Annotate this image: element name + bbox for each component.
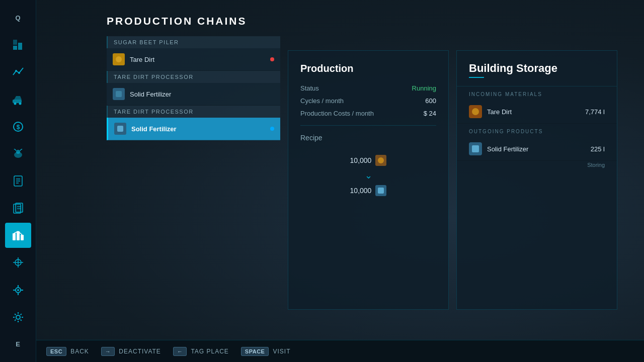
chain-item-solid-fertilizer-2[interactable]: Solid Fertilizer [107,118,280,140]
svg-rect-36 [472,145,479,152]
recipe-output-row: 10,000 [350,185,387,196]
svg-text:$: $ [16,124,20,131]
sidebar-item-production[interactable] [5,223,31,248]
svg-rect-23 [21,235,24,240]
sidebar-item-resources[interactable] [5,32,31,57]
recipe-arrow-icon: ⌄ [365,170,372,181]
hotkey-tag-place: ← TAG PLACE [173,347,229,356]
svg-rect-2 [13,40,17,45]
svg-rect-21 [13,233,16,240]
incoming-material-tare-dirt: Tare Dirt 7,774 l [457,100,617,124]
svg-rect-31 [116,91,122,97]
production-panel: Production Status Running Cycles / month… [288,50,449,310]
chain-item-solid-fertilizer-1[interactable]: Solid Fertilizer [107,83,280,106]
e-key-label: E [16,340,20,348]
outgoing-material-solid-fertilizer: Solid Fertilizer 225 l [457,137,617,161]
solid-fertilizer-storage-icon [469,142,482,155]
solid-fertilizer-storage-amount: 225 l [591,145,605,153]
svg-point-4 [18,72,20,74]
solid-fertilizer-2-label: Solid Fertilizer [131,125,265,133]
tag-place-label: TAG PLACE [191,348,228,355]
storage-title-underline [469,77,484,78]
vehicles-icon [11,93,25,107]
status-row: Status Running [300,84,436,92]
hotkey-esc: ESC BACK [46,347,89,356]
sidebar-item-watermark[interactable] [5,250,31,275]
sidebar-item-e[interactable]: E [5,332,31,357]
visit-label: VISIT [273,348,290,355]
status-label: Status [300,84,319,92]
svg-point-12 [16,150,20,154]
documents-icon [11,201,25,215]
tare-dirt-storage-name: Tare Dirt [487,108,580,116]
svg-point-7 [14,102,16,105]
production-icon [11,228,25,242]
svg-point-8 [19,102,21,105]
svg-rect-18 [16,203,23,212]
deactivate-label: DEACTIVATE [119,348,161,355]
svg-rect-1 [18,43,22,50]
recipe-title: Recipe [300,134,436,142]
solid-fertilizer-1-icon [113,88,125,100]
recipe-input-row: 10,000 [350,155,387,166]
storage-title: Building Storage [469,62,605,75]
solid-fertilizer-storage-name: Solid Fertilizer [487,145,586,153]
outgoing-products-label: OUTGOING PRODUCTS [457,124,617,137]
sidebar-item-machinery[interactable] [5,278,31,303]
sidebar-item-animals[interactable] [5,141,31,166]
svg-point-33 [378,157,384,163]
storage-panel: Building Storage INCOMING MATERIALS Tare… [456,50,617,310]
sidebar-item-q[interactable]: Q [5,5,31,30]
section-header-1: SUGAR BEET PILER [107,36,280,48]
sidebar-item-settings[interactable] [5,305,31,330]
sidebar-item-documents[interactable] [5,196,31,221]
incoming-materials-label: INCOMING MATERIALS [457,86,617,100]
costs-row: Production Costs / month $ 24 [300,110,436,117]
svg-point-29 [16,315,20,319]
cycles-label: Cycles / month [300,97,344,105]
production-title: Production [300,63,436,74]
sidebar-item-contracts[interactable] [5,168,31,194]
svg-point-28 [17,289,19,291]
tare-dirt-label: Tare Dirt [130,56,265,63]
cycles-value: 600 [425,97,436,105]
visit-key-badge: SPACE [241,347,269,356]
sidebar-item-charts[interactable] [5,59,31,84]
svg-rect-0 [13,46,17,50]
section-header-3: TARE DIRT PROCESSOR [107,106,280,118]
cycles-row: Cycles / month 600 [300,97,436,105]
animals-icon [11,147,25,161]
solid-fertilizer-2-icon [114,123,126,135]
tare-dirt-storage-amount: 7,774 l [585,108,605,116]
bottom-bar: ESC BACK → DEACTIVATE ← TAG PLACE SPACE … [36,340,644,362]
svg-point-3 [15,70,17,72]
q-key-label: Q [15,14,20,22]
charts-icon [11,65,25,79]
money-icon: $ [11,120,25,134]
solid-fertilizer-2-status-dot [270,127,274,131]
costs-label: Production Costs / month [300,110,374,117]
status-value: Running [412,84,436,92]
recipe-input-amount: 10,000 [350,156,372,164]
storage-header: Building Storage [457,51,617,86]
watermark-icon [11,255,25,269]
sidebar-item-money[interactable]: $ [5,114,31,139]
panel-divider [300,125,436,126]
hotkey-visit: SPACE VISIT [241,347,291,356]
chains-panel: SUGAR BEET PILER Tare Dirt TARE DIRT PRO… [107,36,280,140]
solid-fertilizer-storing-status: Storing [457,161,617,172]
sidebar: Q $ [0,0,36,362]
back-label: BACK [70,348,89,355]
resources-icon [11,38,25,52]
main-area: PRODUCTION CHAINS SUGAR BEET PILER Tare … [36,0,644,340]
machinery-icon [11,283,25,297]
esc-key-badge: ESC [46,347,66,356]
recipe-output-amount: 10,000 [350,187,372,195]
page-title: PRODUCTION CHAINS [107,15,247,27]
chain-item-tare-dirt[interactable]: Tare Dirt [107,48,280,71]
section-header-2: TARE DIRT PROCESSOR [107,71,280,83]
sidebar-item-vehicles[interactable] [5,86,31,112]
tare-dirt-icon [113,53,125,65]
svg-rect-32 [117,126,123,132]
recipe-input-icon [375,155,386,166]
